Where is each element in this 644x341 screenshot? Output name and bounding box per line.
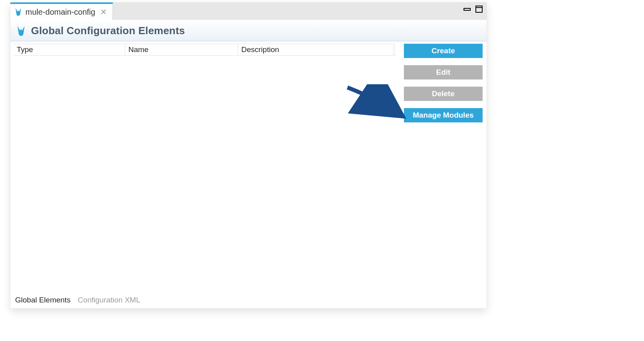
- column-header-description[interactable]: Description: [238, 44, 393, 55]
- column-header-type[interactable]: Type: [14, 44, 125, 55]
- actions-panel: Create Edit Delete Manage Modules: [395, 44, 483, 292]
- column-spacer: [393, 44, 395, 55]
- delete-button: Delete: [404, 87, 483, 101]
- editor-window: mule-domain-config ✕ Global Configuratio…: [10, 2, 487, 308]
- manage-modules-button[interactable]: Manage Modules: [404, 108, 483, 122]
- tab-global-elements[interactable]: Global Elements: [15, 296, 70, 304]
- close-icon[interactable]: ✕: [100, 7, 107, 17]
- tab-mule-domain-config[interactable]: mule-domain-config ✕: [10, 2, 113, 20]
- edit-button: Edit: [404, 65, 483, 79]
- elements-table[interactable]: Type Name Description: [14, 44, 395, 292]
- page-title: Global Configuration Elements: [31, 25, 185, 37]
- body: Type Name Description Create Edit Delete…: [10, 41, 487, 292]
- panel-header: Global Configuration Elements: [10, 20, 487, 41]
- tab-configuration-xml[interactable]: Configuration XML: [78, 296, 140, 304]
- create-button[interactable]: Create: [404, 44, 483, 58]
- column-header-name[interactable]: Name: [125, 44, 238, 55]
- svg-rect-1: [476, 6, 482, 12]
- svg-rect-0: [464, 8, 470, 10]
- content-area: Global Configuration Elements Type Name …: [10, 20, 487, 308]
- maximize-icon[interactable]: [475, 6, 483, 13]
- tab-bar: mule-domain-config ✕: [10, 2, 487, 20]
- mule-icon: [16, 25, 26, 37]
- footer-tabs: Global Elements Configuration XML: [10, 292, 487, 308]
- tab-label: mule-domain-config: [25, 8, 95, 17]
- minimize-icon[interactable]: [464, 7, 471, 11]
- table-header-row: Type Name Description: [14, 44, 395, 56]
- mule-icon: [14, 8, 22, 16]
- window-controls: [464, 6, 483, 13]
